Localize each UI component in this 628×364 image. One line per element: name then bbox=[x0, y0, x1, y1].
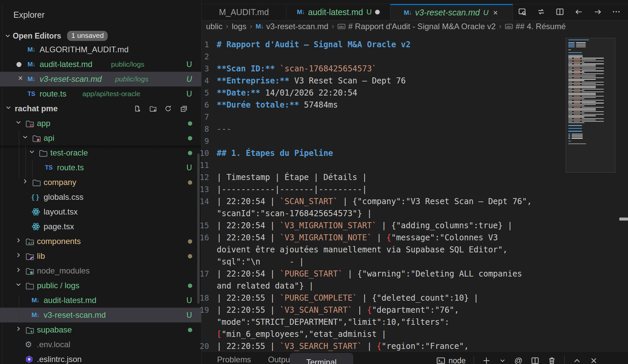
open-editor-item[interactable]: M↓ALGORITHM_AUDIT.md bbox=[0, 42, 201, 57]
tree-item--eslintrc-json[interactable]: .eslintrc.json bbox=[0, 352, 201, 364]
line-number[interactable]: 7 bbox=[198, 111, 209, 123]
line-number[interactable]: 5 bbox=[198, 87, 209, 99]
editor-line[interactable]: 6**Durée totale:** 57484ms bbox=[202, 99, 566, 111]
editor-line[interactable]: "mode":"STRICT_DEPARTMENT","limit":10,"f… bbox=[202, 316, 566, 328]
line-number[interactable]: 9 bbox=[198, 135, 209, 147]
open-changes-button[interactable] bbox=[535, 6, 547, 17]
editor-line[interactable]: 18| 22:20:55 | `PURGE_COMPLETE` | {"dele… bbox=[202, 292, 566, 304]
line-number[interactable]: 18 bbox=[198, 292, 209, 304]
tree-item-node-modules[interactable]: node_modules bbox=[0, 263, 201, 278]
tree-item--env-local[interactable]: ⚙.env.local bbox=[0, 337, 201, 352]
tab-audit-latest-md[interactable]: M↓audit-latest.mdU bbox=[286, 4, 390, 20]
breadcrumb-item[interactable]: ublic bbox=[206, 22, 222, 31]
terminal-instance[interactable]: node bbox=[436, 356, 466, 364]
editor-line[interactable]: 5**Date:** 14/01/2026 22:20:54 bbox=[202, 87, 566, 99]
editor-line[interactable]: 17| 22:20:54 | `PURGE_START` | {"warning… bbox=[202, 268, 566, 280]
line-number[interactable]: 1 bbox=[198, 39, 209, 51]
editor-line[interactable]: 2 bbox=[202, 51, 566, 63]
editor-line[interactable]: 7 bbox=[202, 111, 566, 123]
line-number[interactable]: 20 bbox=[198, 340, 209, 352]
code-editor[interactable]: 1# Rapport d'Audit — Signal M&A Oracle v… bbox=[202, 33, 566, 351]
open-editors-header[interactable]: Open Editors 1 unsaved bbox=[0, 29, 201, 42]
launch-profile-button[interactable]: @ bbox=[514, 356, 522, 364]
breadcrumb-item[interactable]: logs bbox=[232, 22, 247, 31]
tree-item-v3-reset-scan-md[interactable]: M↓v3-reset-scan.mdU bbox=[0, 308, 201, 322]
tree-item-supabase[interactable]: supabase bbox=[0, 322, 201, 337]
line-number[interactable]: 3 bbox=[198, 63, 209, 75]
editor-line[interactable]: ["min_6_employees","etat_administ | bbox=[202, 328, 566, 340]
editor-line[interactable]: 14| 22:20:54 | `SCAN_START` | {"company"… bbox=[202, 195, 566, 207]
tree-item-api[interactable]: api bbox=[0, 131, 201, 145]
panel-tab-terminal[interactable]: Terminal bbox=[290, 353, 353, 364]
close-icon[interactable] bbox=[17, 74, 24, 84]
line-number[interactable]: 8 bbox=[198, 123, 209, 135]
tree-item-company[interactable]: company bbox=[0, 175, 201, 190]
collapse-all-button[interactable] bbox=[178, 103, 189, 114]
editor-line[interactable]: 8--- bbox=[202, 123, 566, 135]
line-number[interactable]: 10 bbox=[198, 147, 209, 159]
tree-item-audit-latest-md[interactable]: M↓audit-latest.mdU bbox=[0, 293, 201, 308]
new-file-button[interactable] bbox=[132, 103, 143, 114]
editor-line[interactable]: 10## 1. Étapes du Pipeline bbox=[202, 147, 566, 159]
open-editor-item[interactable]: M↓v3-reset-scan.mdpublic/logsU bbox=[0, 72, 201, 86]
scrollbar-marker[interactable] bbox=[619, 218, 628, 221]
open-editor-item[interactable]: M↓audit-latest.mdpublic/logsU bbox=[0, 57, 201, 72]
editor-line[interactable]: 4**Entreprise:** V3 Reset Scan — Dept 76 bbox=[202, 75, 566, 87]
panel-tab-output[interactable]: Output bbox=[268, 355, 292, 364]
tab-m-audit-md[interactable]: M_AUDIT.md bbox=[202, 4, 286, 20]
open-preview-button[interactable] bbox=[517, 6, 528, 17]
line-number[interactable]: 4 bbox=[198, 75, 209, 87]
line-number[interactable]: 19 bbox=[198, 304, 209, 316]
line-number[interactable]: 6 bbox=[198, 99, 209, 111]
line-number[interactable]: 15 bbox=[198, 220, 209, 232]
tree-item-test-oracle[interactable]: test-oracle bbox=[0, 145, 201, 160]
minimap[interactable] bbox=[566, 33, 616, 351]
tree-item-components[interactable]: </>components bbox=[0, 234, 201, 249]
line-number[interactable]: 2 bbox=[198, 51, 209, 63]
open-editor-item[interactable]: TSroute.tsapp/api/test-oracleU bbox=[0, 86, 201, 101]
editor-line[interactable]: 12| Timestamp | Étape | Détails | bbox=[202, 171, 566, 183]
tree-item-lib[interactable]: lib bbox=[0, 249, 201, 263]
line-number[interactable]: 13 bbox=[198, 183, 209, 195]
tab-v3-reset-scan-md[interactable]: M↓v3-reset-scan.mdU bbox=[390, 4, 513, 20]
editor-line[interactable]: 1# Rapport d'Audit — Signal M&A Oracle v… bbox=[202, 39, 566, 51]
tree-item-app[interactable]: app bbox=[0, 116, 201, 131]
folder-section-header[interactable]: rachat pme bbox=[0, 101, 201, 116]
split-terminal-button[interactable] bbox=[531, 356, 539, 364]
line-number[interactable]: 12 bbox=[198, 171, 209, 183]
chevron-down-button[interactable] bbox=[499, 357, 506, 364]
kill-terminal-button[interactable] bbox=[547, 356, 556, 364]
tree-item-public-logs[interactable]: public / logs bbox=[0, 278, 201, 293]
tree-item-layout-tsx[interactable]: layout.tsx bbox=[0, 204, 201, 219]
breadcrumb-item[interactable]: M↓v3-reset-scan.md bbox=[256, 22, 328, 31]
new-folder-button[interactable] bbox=[147, 103, 158, 114]
editor-line[interactable]: 13|-----------|-------|---------| bbox=[202, 183, 566, 195]
editor-line[interactable]: "scanId":"scan-1768425654573"} | bbox=[202, 207, 566, 220]
more-actions-button[interactable] bbox=[611, 6, 622, 17]
line-number[interactable]: 14 bbox=[198, 195, 209, 207]
editor-line[interactable]: "sql":"\n - | bbox=[202, 256, 566, 268]
close-panel-button[interactable] bbox=[589, 356, 598, 364]
tree-item-route-ts[interactable]: TSroute.tsU bbox=[0, 160, 201, 175]
explorer-more-actions-button[interactable] bbox=[181, 9, 193, 19]
editor-line[interactable]: 9 bbox=[202, 135, 566, 147]
editor-line[interactable]: doivent être ajoutées manuellement via S… bbox=[202, 244, 566, 256]
editor-line[interactable]: 3**Scan ID:** `scan-1768425654573` bbox=[202, 63, 566, 75]
navigate-back-button[interactable] bbox=[573, 6, 584, 17]
tree-item-globals-css[interactable]: { }globals.css bbox=[0, 190, 201, 204]
dirty-dot-icon[interactable] bbox=[375, 10, 380, 14]
editor-line[interactable]: 15| 22:20:54 | `V3_MIGRATION_START` | {"… bbox=[202, 220, 566, 232]
tree-item-page-tsx[interactable]: page.tsx bbox=[0, 219, 201, 234]
breadcrumb-item[interactable]: abc# Rapport d'Audit - Signal M&A Oracle… bbox=[337, 22, 495, 31]
panel-tab-problems[interactable]: Problems bbox=[217, 355, 251, 364]
split-editor-button[interactable] bbox=[554, 6, 566, 17]
line-number[interactable]: 17 bbox=[198, 268, 209, 280]
editor-line[interactable]: 19| 22:20:55 | `V3_SCAN_START` | {"depar… bbox=[202, 304, 566, 316]
new-terminal-button[interactable] bbox=[482, 356, 491, 364]
editor-line[interactable]: and related data"} | bbox=[202, 280, 566, 292]
editor-line[interactable]: 11 bbox=[202, 159, 566, 171]
maximize-panel-button[interactable] bbox=[573, 356, 581, 364]
refresh-button[interactable] bbox=[162, 103, 174, 114]
close-icon[interactable] bbox=[492, 9, 499, 16]
line-number[interactable]: 11 bbox=[198, 159, 209, 171]
